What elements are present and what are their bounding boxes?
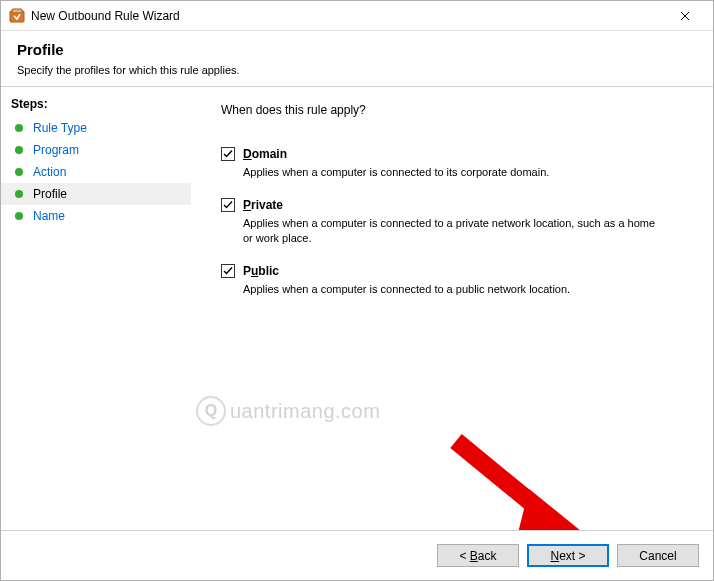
wizard-body: Steps: Rule TypeProgramActionProfileName… (1, 86, 713, 534)
step-label: Profile (33, 187, 67, 201)
step-bullet-icon (15, 124, 23, 132)
back-button[interactable]: < Back (437, 544, 519, 567)
step-action[interactable]: Action (1, 161, 191, 183)
close-button[interactable] (665, 2, 705, 30)
step-label: Program (33, 143, 79, 157)
checkbox-public[interactable] (221, 264, 235, 278)
option-description: Applies when a computer is connected to … (243, 165, 663, 180)
next-button[interactable]: Next > (527, 544, 609, 567)
profile-option-private: PrivateApplies when a computer is connec… (221, 198, 687, 246)
steps-sidebar: Steps: Rule TypeProgramActionProfileName (1, 87, 191, 534)
check-icon (223, 200, 233, 210)
svg-rect-1 (12, 9, 22, 13)
profile-option-public: PublicApplies when a computer is connect… (221, 264, 687, 297)
content-panel: When does this rule apply? DomainApplies… (191, 87, 713, 534)
check-icon (223, 149, 233, 159)
window-title: New Outbound Rule Wizard (31, 9, 665, 23)
profile-option-domain: DomainApplies when a computer is connect… (221, 147, 687, 180)
titlebar: New Outbound Rule Wizard (1, 1, 713, 31)
checkbox-domain[interactable] (221, 147, 235, 161)
step-bullet-icon (15, 212, 23, 220)
wizard-header: Profile Specify the profiles for which t… (1, 31, 713, 86)
step-bullet-icon (15, 190, 23, 198)
app-icon (9, 8, 25, 24)
option-label: Domain (243, 147, 287, 161)
step-rule-type[interactable]: Rule Type (1, 117, 191, 139)
step-program[interactable]: Program (1, 139, 191, 161)
step-name[interactable]: Name (1, 205, 191, 227)
option-label: Private (243, 198, 283, 212)
question-text: When does this rule apply? (221, 103, 687, 117)
wizard-footer: < Back Next > Cancel (1, 530, 713, 580)
option-label: Public (243, 264, 279, 278)
page-subtitle: Specify the profiles for which this rule… (17, 64, 697, 76)
step-label: Rule Type (33, 121, 87, 135)
step-profile[interactable]: Profile (1, 183, 191, 205)
checkbox-private[interactable] (221, 198, 235, 212)
steps-heading: Steps: (1, 93, 191, 117)
check-icon (223, 266, 233, 276)
step-bullet-icon (15, 168, 23, 176)
step-label: Action (33, 165, 66, 179)
cancel-button[interactable]: Cancel (617, 544, 699, 567)
step-label: Name (33, 209, 65, 223)
step-bullet-icon (15, 146, 23, 154)
option-description: Applies when a computer is connected to … (243, 282, 663, 297)
option-description: Applies when a computer is connected to … (243, 216, 663, 246)
page-title: Profile (17, 41, 697, 58)
close-icon (680, 11, 690, 21)
